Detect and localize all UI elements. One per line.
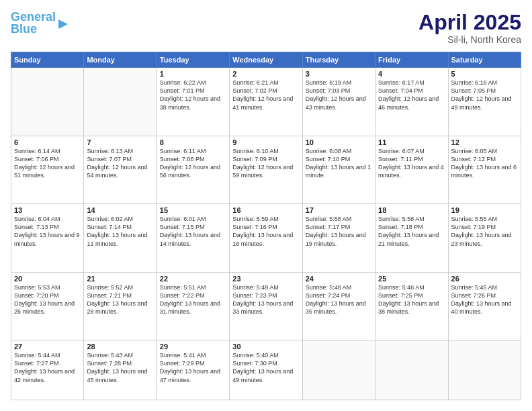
day-number: 15 [160,206,226,214]
day-number: 29 [160,342,226,351]
calendar-cell: 27Sunrise: 5:44 AMSunset: 7:27 PMDayligh… [11,340,84,400]
day-number: 30 [232,342,299,351]
title-block: April 2025 Sil-li, North Korea [418,11,521,45]
day-info: Sunrise: 5:49 AMSunset: 7:23 PMDaylight:… [232,283,299,316]
day-number: 5 [451,70,518,78]
day-info: Sunrise: 5:59 AMSunset: 7:16 PMDaylight:… [232,215,299,248]
calendar-cell: 24Sunrise: 5:48 AMSunset: 7:24 PMDayligh… [302,272,375,340]
day-number: 4 [378,70,445,78]
day-number: 24 [306,275,372,283]
calendar-week-row: 1Sunrise: 6:22 AMSunset: 7:01 PMDaylight… [11,68,521,136]
day-info: Sunrise: 5:40 AMSunset: 7:30 PMDaylight:… [232,351,299,384]
day-number: 9 [232,138,299,146]
day-number: 7 [87,138,153,146]
calendar-cell [375,340,448,400]
day-number: 27 [14,342,81,351]
day-number: 25 [378,275,445,283]
calendar-cell: 9Sunrise: 6:10 AMSunset: 7:09 PMDaylight… [230,136,302,204]
calendar-cell: 18Sunrise: 5:56 AMSunset: 7:18 PMDayligh… [375,204,448,273]
day-number: 13 [14,206,81,214]
day-info: Sunrise: 5:58 AMSunset: 7:17 PMDaylight:… [306,215,372,248]
day-info: Sunrise: 6:21 AMSunset: 7:02 PMDaylight:… [232,79,299,111]
day-number: 20 [14,275,81,283]
calendar-cell [84,68,157,136]
day-info: Sunrise: 5:55 AMSunset: 7:19 PMDaylight:… [451,215,518,248]
calendar-cell: 12Sunrise: 6:05 AMSunset: 7:12 PMDayligh… [448,136,521,204]
weekday-header: Wednesday [230,52,302,68]
calendar-cell: 3Sunrise: 6:19 AMSunset: 7:03 PMDaylight… [302,68,375,136]
calendar-cell: 2Sunrise: 6:21 AMSunset: 7:02 PMDaylight… [230,68,302,136]
day-info: Sunrise: 5:53 AMSunset: 7:20 PMDaylight:… [14,283,81,316]
day-info: Sunrise: 6:10 AMSunset: 7:09 PMDaylight:… [232,147,299,180]
calendar-cell: 25Sunrise: 5:46 AMSunset: 7:25 PMDayligh… [375,272,448,340]
calendar-week-row: 20Sunrise: 5:53 AMSunset: 7:20 PMDayligh… [11,272,521,340]
day-number: 8 [160,138,226,146]
day-number: 28 [87,342,153,351]
calendar-week-row: 6Sunrise: 6:14 AMSunset: 7:06 PMDaylight… [11,136,521,204]
weekday-header: Sunday [11,52,84,68]
calendar-cell [11,68,84,136]
calendar-cell: 6Sunrise: 6:14 AMSunset: 7:06 PMDaylight… [11,136,84,204]
day-number: 19 [451,206,518,214]
weekday-header: Friday [375,52,448,68]
header: General Blue April 2025 Sil-li, North Ko… [11,11,521,45]
calendar-cell: 29Sunrise: 5:41 AMSunset: 7:29 PMDayligh… [157,340,229,400]
calendar-cell: 8Sunrise: 6:11 AMSunset: 7:08 PMDaylight… [157,136,229,204]
logo-text: General Blue [11,11,56,35]
weekday-header-row: SundayMondayTuesdayWednesdayThursdayFrid… [11,52,521,68]
calendar-cell: 23Sunrise: 5:49 AMSunset: 7:23 PMDayligh… [230,272,302,340]
day-info: Sunrise: 6:05 AMSunset: 7:12 PMDaylight:… [451,147,518,180]
day-number: 26 [451,275,518,283]
logo-blue: Blue [11,22,37,36]
day-info: Sunrise: 5:41 AMSunset: 7:29 PMDaylight:… [160,351,226,384]
day-number: 22 [160,275,226,283]
calendar-week-row: 27Sunrise: 5:44 AMSunset: 7:27 PMDayligh… [11,340,521,400]
day-number: 12 [451,138,518,146]
day-info: Sunrise: 6:01 AMSunset: 7:15 PMDaylight:… [160,215,226,248]
calendar-cell: 13Sunrise: 6:04 AMSunset: 7:13 PMDayligh… [11,204,84,273]
logo-general: General [11,10,56,24]
calendar-cell [302,340,375,400]
calendar-cell: 30Sunrise: 5:40 AMSunset: 7:30 PMDayligh… [230,340,302,400]
calendar-cell: 14Sunrise: 6:02 AMSunset: 7:14 PMDayligh… [84,204,157,273]
calendar-cell: 10Sunrise: 6:08 AMSunset: 7:10 PMDayligh… [302,136,375,204]
day-number: 3 [306,70,372,78]
day-info: Sunrise: 6:17 AMSunset: 7:04 PMDaylight:… [378,79,445,111]
calendar-cell: 11Sunrise: 6:07 AMSunset: 7:11 PMDayligh… [375,136,448,204]
calendar-cell: 17Sunrise: 5:58 AMSunset: 7:17 PMDayligh… [302,204,375,273]
day-number: 2 [232,70,299,78]
weekday-header: Saturday [448,52,521,68]
day-number: 14 [87,206,153,214]
day-number: 18 [378,206,445,214]
day-info: Sunrise: 5:45 AMSunset: 7:26 PMDaylight:… [451,283,518,316]
calendar-cell: 5Sunrise: 6:16 AMSunset: 7:05 PMDaylight… [448,68,521,136]
day-info: Sunrise: 5:51 AMSunset: 7:22 PMDaylight:… [160,283,226,316]
page: General Blue April 2025 Sil-li, North Ko… [0,0,532,411]
logo-arrow-icon [58,19,68,32]
day-info: Sunrise: 5:48 AMSunset: 7:24 PMDaylight:… [306,283,372,316]
day-info: Sunrise: 6:22 AMSunset: 7:01 PMDaylight:… [160,79,226,111]
day-info: Sunrise: 6:04 AMSunset: 7:13 PMDaylight:… [14,215,81,248]
day-info: Sunrise: 6:11 AMSunset: 7:08 PMDaylight:… [160,147,226,180]
calendar-cell: 22Sunrise: 5:51 AMSunset: 7:22 PMDayligh… [157,272,229,340]
weekday-header: Tuesday [157,52,229,68]
calendar-cell: 20Sunrise: 5:53 AMSunset: 7:20 PMDayligh… [11,272,84,340]
calendar-table: SundayMondayTuesdayWednesdayThursdayFrid… [11,52,521,400]
calendar-cell: 28Sunrise: 5:43 AMSunset: 7:28 PMDayligh… [84,340,157,400]
day-info: Sunrise: 6:19 AMSunset: 7:03 PMDaylight:… [306,79,372,111]
day-number: 17 [306,206,372,214]
day-info: Sunrise: 5:52 AMSunset: 7:21 PMDaylight:… [87,283,153,316]
calendar-cell: 19Sunrise: 5:55 AMSunset: 7:19 PMDayligh… [448,204,521,273]
svg-marker-0 [58,19,68,29]
day-info: Sunrise: 6:08 AMSunset: 7:10 PMDaylight:… [306,147,372,180]
calendar-title: April 2025 [418,11,521,34]
calendar-cell: 21Sunrise: 5:52 AMSunset: 7:21 PMDayligh… [84,272,157,340]
day-info: Sunrise: 6:14 AMSunset: 7:06 PMDaylight:… [14,147,81,180]
calendar-week-row: 13Sunrise: 6:04 AMSunset: 7:13 PMDayligh… [11,204,521,273]
day-info: Sunrise: 5:44 AMSunset: 7:27 PMDaylight:… [14,351,81,384]
day-number: 1 [160,70,226,78]
day-info: Sunrise: 6:02 AMSunset: 7:14 PMDaylight:… [87,215,153,248]
day-number: 6 [14,138,81,146]
logo: General Blue [11,11,68,35]
calendar-cell: 4Sunrise: 6:17 AMSunset: 7:04 PMDaylight… [375,68,448,136]
